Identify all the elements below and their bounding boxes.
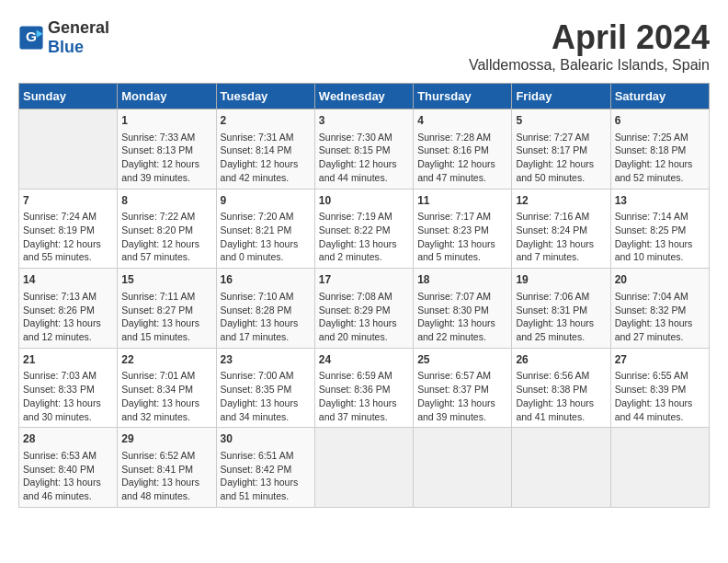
day-number: 26: [516, 352, 606, 368]
calendar-cell: 8Sunrise: 7:22 AM Sunset: 8:20 PM Daylig…: [118, 189, 216, 269]
calendar-cell: 21Sunrise: 7:03 AM Sunset: 8:33 PM Dayli…: [19, 348, 118, 428]
day-number: 8: [121, 193, 211, 209]
calendar-cell: 23Sunrise: 7:00 AM Sunset: 8:35 PM Dayli…: [216, 348, 314, 428]
svg-text:G: G: [26, 29, 37, 44]
calendar-cell: 7Sunrise: 7:24 AM Sunset: 8:19 PM Daylig…: [19, 189, 118, 269]
calendar-cell: 2Sunrise: 7:31 AM Sunset: 8:14 PM Daylig…: [216, 109, 314, 190]
day-number: 24: [319, 352, 409, 368]
day-number: 7: [23, 193, 113, 209]
day-info: Sunrise: 7:13 AM Sunset: 8:26 PM Dayligh…: [23, 290, 113, 344]
title-area: April 2024 Valldemossa, Balearic Islands…: [469, 18, 710, 74]
day-number: 27: [615, 352, 705, 368]
calendar-cell: [314, 428, 413, 508]
col-header-tuesday: Tuesday: [216, 84, 314, 109]
day-number: 25: [417, 352, 507, 368]
day-number: 4: [417, 113, 507, 129]
day-info: Sunrise: 7:17 AM Sunset: 8:23 PM Dayligh…: [417, 210, 507, 264]
calendar-cell: [19, 109, 118, 190]
day-info: Sunrise: 6:51 AM Sunset: 8:42 PM Dayligh…: [221, 449, 311, 503]
day-number: 9: [221, 193, 311, 209]
day-number: 28: [23, 431, 113, 447]
calendar-cell: 4Sunrise: 7:28 AM Sunset: 8:16 PM Daylig…: [414, 109, 512, 190]
day-number: 16: [221, 272, 311, 288]
day-number: 14: [23, 272, 113, 288]
day-number: 3: [319, 113, 409, 129]
day-info: Sunrise: 7:22 AM Sunset: 8:20 PM Dayligh…: [121, 210, 211, 264]
calendar-cell: 5Sunrise: 7:27 AM Sunset: 8:17 PM Daylig…: [512, 109, 610, 190]
day-number: 21: [23, 352, 113, 368]
day-info: Sunrise: 7:31 AM Sunset: 8:14 PM Dayligh…: [221, 131, 311, 185]
day-number: 2: [221, 113, 311, 129]
day-number: 12: [516, 193, 606, 209]
calendar-cell: 11Sunrise: 7:17 AM Sunset: 8:23 PM Dayli…: [414, 189, 512, 269]
day-number: 17: [319, 272, 409, 288]
col-header-thursday: Thursday: [414, 84, 512, 109]
day-number: 6: [615, 113, 705, 129]
day-info: Sunrise: 7:19 AM Sunset: 8:22 PM Dayligh…: [319, 210, 409, 264]
day-info: Sunrise: 7:00 AM Sunset: 8:35 PM Dayligh…: [221, 369, 311, 423]
calendar-cell: 18Sunrise: 7:07 AM Sunset: 8:30 PM Dayli…: [414, 269, 512, 349]
calendar-cell: [414, 428, 512, 508]
logo-general-text: General: [48, 18, 109, 37]
col-header-monday: Monday: [118, 84, 216, 109]
day-info: Sunrise: 6:55 AM Sunset: 8:39 PM Dayligh…: [615, 369, 705, 423]
day-info: Sunrise: 7:27 AM Sunset: 8:17 PM Dayligh…: [516, 131, 606, 185]
day-info: Sunrise: 7:10 AM Sunset: 8:28 PM Dayligh…: [221, 290, 311, 344]
col-header-sunday: Sunday: [19, 84, 118, 109]
calendar-cell: 25Sunrise: 6:57 AM Sunset: 8:37 PM Dayli…: [414, 348, 512, 428]
calendar-cell: 16Sunrise: 7:10 AM Sunset: 8:28 PM Dayli…: [216, 269, 314, 349]
day-number: 15: [121, 272, 211, 288]
day-info: Sunrise: 7:07 AM Sunset: 8:30 PM Dayligh…: [417, 290, 507, 344]
day-info: Sunrise: 6:59 AM Sunset: 8:36 PM Dayligh…: [319, 369, 409, 423]
day-info: Sunrise: 7:20 AM Sunset: 8:21 PM Dayligh…: [221, 210, 311, 264]
calendar-cell: 10Sunrise: 7:19 AM Sunset: 8:22 PM Dayli…: [314, 189, 413, 269]
main-title: April 2024: [469, 18, 710, 57]
day-info: Sunrise: 6:56 AM Sunset: 8:38 PM Dayligh…: [516, 369, 606, 423]
day-info: Sunrise: 7:01 AM Sunset: 8:34 PM Dayligh…: [121, 369, 211, 423]
calendar-cell: 20Sunrise: 7:04 AM Sunset: 8:32 PM Dayli…: [610, 269, 709, 349]
logo: G General Blue: [18, 18, 109, 57]
calendar-week-row: 1Sunrise: 7:33 AM Sunset: 8:13 PM Daylig…: [19, 109, 710, 190]
day-info: Sunrise: 7:06 AM Sunset: 8:31 PM Dayligh…: [516, 290, 606, 344]
day-info: Sunrise: 7:03 AM Sunset: 8:33 PM Dayligh…: [23, 369, 113, 423]
calendar-cell: [610, 428, 709, 508]
calendar-cell: 1Sunrise: 7:33 AM Sunset: 8:13 PM Daylig…: [118, 109, 216, 190]
day-number: 10: [319, 193, 409, 209]
calendar-week-row: 21Sunrise: 7:03 AM Sunset: 8:33 PM Dayli…: [19, 348, 710, 428]
day-info: Sunrise: 6:57 AM Sunset: 8:37 PM Dayligh…: [417, 369, 507, 423]
day-number: 23: [221, 352, 311, 368]
day-info: Sunrise: 7:14 AM Sunset: 8:25 PM Dayligh…: [615, 210, 705, 264]
day-number: 20: [615, 272, 705, 288]
day-info: Sunrise: 6:53 AM Sunset: 8:40 PM Dayligh…: [23, 449, 113, 503]
day-number: 11: [417, 193, 507, 209]
subtitle: Valldemossa, Balearic Islands, Spain: [469, 57, 710, 74]
day-info: Sunrise: 7:24 AM Sunset: 8:19 PM Dayligh…: [23, 210, 113, 264]
day-info: Sunrise: 7:25 AM Sunset: 8:18 PM Dayligh…: [615, 131, 705, 185]
day-number: 5: [516, 113, 606, 129]
calendar-cell: 26Sunrise: 6:56 AM Sunset: 8:38 PM Dayli…: [512, 348, 610, 428]
calendar-cell: 3Sunrise: 7:30 AM Sunset: 8:15 PM Daylig…: [314, 109, 413, 190]
day-number: 18: [417, 272, 507, 288]
day-number: 19: [516, 272, 606, 288]
calendar-cell: 19Sunrise: 7:06 AM Sunset: 8:31 PM Dayli…: [512, 269, 610, 349]
calendar-cell: 27Sunrise: 6:55 AM Sunset: 8:39 PM Dayli…: [610, 348, 709, 428]
calendar-cell: 30Sunrise: 6:51 AM Sunset: 8:42 PM Dayli…: [216, 428, 314, 508]
day-number: 13: [615, 193, 705, 209]
day-number: 29: [121, 431, 211, 447]
calendar-week-row: 28Sunrise: 6:53 AM Sunset: 8:40 PM Dayli…: [19, 428, 710, 508]
calendar-cell: 24Sunrise: 6:59 AM Sunset: 8:36 PM Dayli…: [314, 348, 413, 428]
day-number: 22: [121, 352, 211, 368]
calendar-cell: 22Sunrise: 7:01 AM Sunset: 8:34 PM Dayli…: [118, 348, 216, 428]
col-header-wednesday: Wednesday: [314, 84, 413, 109]
calendar-week-row: 14Sunrise: 7:13 AM Sunset: 8:26 PM Dayli…: [19, 269, 710, 349]
day-info: Sunrise: 7:08 AM Sunset: 8:29 PM Dayligh…: [319, 290, 409, 344]
day-info: Sunrise: 6:52 AM Sunset: 8:41 PM Dayligh…: [121, 449, 211, 503]
calendar-cell: 6Sunrise: 7:25 AM Sunset: 8:18 PM Daylig…: [610, 109, 709, 190]
col-header-friday: Friday: [512, 84, 610, 109]
day-number: 30: [221, 431, 311, 447]
day-info: Sunrise: 7:11 AM Sunset: 8:27 PM Dayligh…: [121, 290, 211, 344]
day-info: Sunrise: 7:04 AM Sunset: 8:32 PM Dayligh…: [615, 290, 705, 344]
header: G General Blue April 2024 Valldemossa, B…: [18, 18, 710, 74]
logo-icon: G: [18, 25, 44, 51]
day-info: Sunrise: 7:33 AM Sunset: 8:13 PM Dayligh…: [121, 131, 211, 185]
